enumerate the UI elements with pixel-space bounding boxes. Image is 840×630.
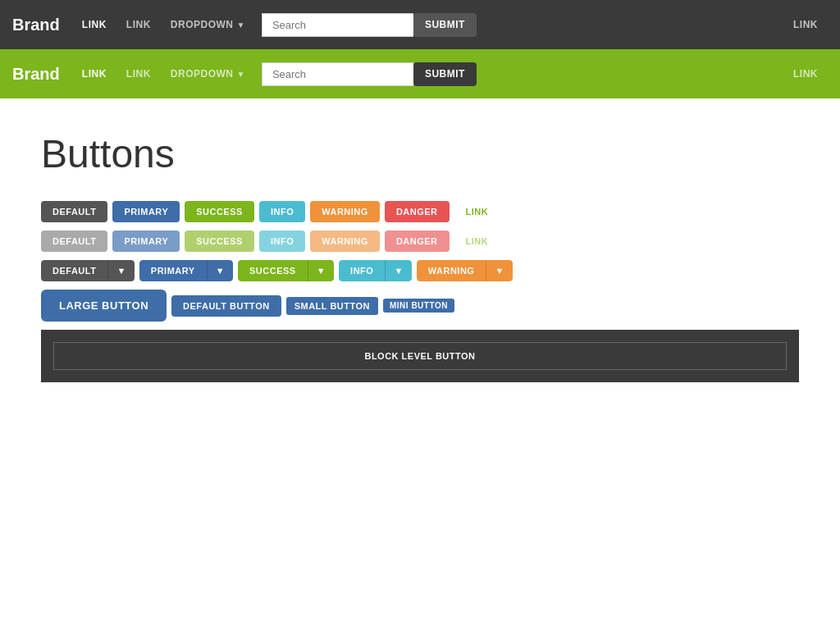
btn-group-info: INFO ▼: [339, 260, 412, 281]
btn-group-success: SUCCESS ▼: [238, 260, 334, 281]
btn-group-success-caret[interactable]: ▼: [308, 260, 334, 281]
caret-icon: ▼: [116, 266, 126, 276]
navbar1-submit-button[interactable]: SUBMIT: [413, 13, 477, 37]
btn-warning[interactable]: WARNING: [310, 201, 380, 222]
navbar1-dropdown[interactable]: DROPDOWN ▼: [161, 11, 255, 39]
btn-info-muted[interactable]: INFO: [259, 231, 305, 252]
btn-default-muted[interactable]: DEFAULT: [41, 231, 107, 252]
btn-link[interactable]: LINK: [454, 201, 500, 222]
button-row-sizes: LARGE BUTTON DEFAULT BUTTON SMALL BUTTON…: [41, 290, 799, 322]
navbar1-search-form: SUBMIT: [262, 13, 477, 37]
navbar1-right-link[interactable]: LINK: [783, 11, 828, 39]
btn-block-level[interactable]: BLOCK LEVEL BUTTON: [53, 342, 787, 370]
navbar2-right-link[interactable]: LINK: [783, 60, 828, 88]
navbar1-brand[interactable]: Brand: [12, 7, 60, 43]
btn-link-muted[interactable]: LINK: [454, 231, 500, 252]
btn-info[interactable]: INFO: [259, 201, 305, 222]
btn-group-warning: WARNING ▼: [417, 260, 513, 281]
btn-success-muted[interactable]: SUCCESS: [185, 231, 254, 252]
btn-primary[interactable]: PRIMARY: [112, 201, 180, 222]
btn-group-default-main[interactable]: DEFAULT: [41, 260, 107, 281]
btn-group-default-caret[interactable]: ▼: [107, 260, 134, 281]
btn-group-info-main[interactable]: INFO: [339, 260, 385, 281]
navbar-dark: Brand LINK LINK DROPDOWN ▼ SUBMIT LINK: [0, 0, 840, 49]
btn-group-warning-caret[interactable]: ▼: [486, 260, 512, 281]
navbar2-search-input[interactable]: [262, 62, 413, 86]
btn-group-primary: PRIMARY ▼: [139, 260, 233, 281]
navbar1-search-input[interactable]: [262, 13, 413, 37]
navbar2-submit-button[interactable]: SUBMIT: [413, 62, 477, 86]
navbar2-link1[interactable]: LINK: [72, 60, 116, 88]
btn-group-warning-main[interactable]: WARNING: [417, 260, 486, 281]
btn-group-info-caret[interactable]: ▼: [385, 260, 411, 281]
btn-small[interactable]: SMALL BUTTON: [286, 297, 378, 315]
navbar2-search-form: SUBMIT: [262, 62, 477, 86]
navbar1-link1[interactable]: LINK: [72, 11, 116, 39]
block-button-container: BLOCK LEVEL BUTTON: [41, 330, 799, 382]
btn-group-primary-main[interactable]: PRIMARY: [139, 260, 207, 281]
btn-warning-muted[interactable]: WARNING: [310, 231, 380, 252]
btn-danger-muted[interactable]: DANGER: [385, 231, 450, 252]
btn-group-success-main[interactable]: SUCCESS: [238, 260, 308, 281]
caret-icon-success: ▼: [317, 266, 326, 276]
btn-mini[interactable]: MINI BUTTON: [383, 299, 454, 313]
dropdown2-caret-icon: ▼: [236, 70, 244, 79]
dropdown-caret-icon: ▼: [236, 21, 244, 30]
navbar2-brand[interactable]: Brand: [12, 57, 60, 92]
button-row-dropdown: DEFAULT ▼ PRIMARY ▼ SUCCESS ▼ INFO ▼ WAR…: [41, 260, 799, 281]
btn-group-primary-caret[interactable]: ▼: [207, 260, 233, 281]
btn-group-default: DEFAULT ▼: [41, 260, 135, 281]
navbar-green: Brand LINK LINK DROPDOWN ▼ SUBMIT LINK: [0, 49, 840, 98]
navbar2-dropdown[interactable]: DROPDOWN ▼: [161, 60, 255, 88]
btn-large[interactable]: LARGE BUTTON: [41, 290, 167, 322]
buttons-section-title: Buttons: [41, 131, 799, 176]
btn-danger[interactable]: DANGER: [385, 201, 450, 222]
btn-primary-muted[interactable]: PRIMARY: [112, 231, 180, 252]
caret-icon-info: ▼: [394, 266, 403, 276]
button-row-normal: DEFAULT PRIMARY SUCCESS INFO WARNING DAN…: [41, 201, 799, 222]
btn-default-size[interactable]: DEFAULT BUTTON: [171, 295, 281, 317]
btn-default[interactable]: DEFAULT: [41, 201, 107, 222]
navbar1-link2[interactable]: LINK: [116, 11, 161, 39]
main-content: Buttons DEFAULT PRIMARY SUCCESS INFO WAR…: [0, 98, 840, 415]
btn-success[interactable]: SUCCESS: [185, 201, 254, 222]
navbar2-link2[interactable]: LINK: [116, 60, 161, 88]
caret-icon-warning: ▼: [495, 266, 504, 276]
button-row-muted: DEFAULT PRIMARY SUCCESS INFO WARNING DAN…: [41, 231, 799, 252]
caret-icon-primary: ▼: [216, 266, 225, 276]
